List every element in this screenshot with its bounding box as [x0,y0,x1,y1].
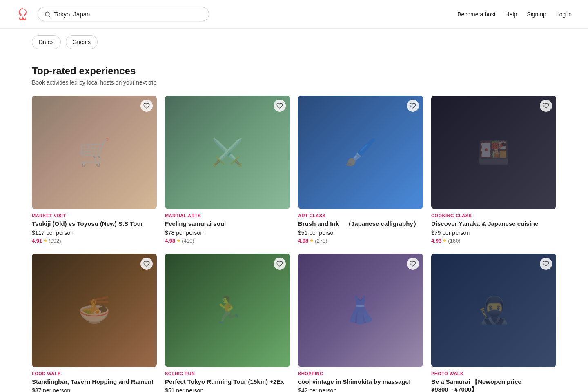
experience-card-2[interactable]: ⚔️ MARTIAL ARTS Feeling samurai soul $78… [165,96,290,245]
card-image-5: 🍜 [32,254,157,367]
card-category-4: COOKING CLASS [431,213,556,218]
star-icon-3: ★ [310,238,314,243]
rating-num-2: 4.98 [165,238,175,244]
card-image-8: 🥷 [431,254,556,367]
star-icon-1: ★ [43,238,47,243]
card-info-8: PHOTO WALK Be a Samurai 【Newopen price ¥… [431,367,556,392]
wishlist-button-2[interactable] [274,100,286,112]
card-rating-1: 4.91 ★ (992) [32,238,157,244]
rating-num-1: 4.91 [32,238,42,244]
guests-filter[interactable]: Guests [66,35,98,49]
svg-line-1 [49,15,50,16]
card-price-6: $51 per person [165,387,290,392]
card-title-2: Feeling samurai soul [165,220,290,228]
card-image-1: 🛒 [32,96,157,209]
card-category-6: SCENIC RUN [165,371,290,376]
svg-point-0 [45,12,49,16]
search-input[interactable]: Tokyo, Japan [54,11,202,18]
card-info-4: COOKING CLASS Discover Yanaka & Japanese… [431,209,556,245]
review-count-1: (992) [49,238,61,244]
log-in-link[interactable]: Log in [556,11,572,18]
header-nav: Become a host Help Sign up Log in [457,11,572,18]
card-category-7: SHOPPING [298,371,423,376]
card-info-7: SHOPPING cool vintage in Shimokita by ma… [298,367,423,392]
search-icon [45,11,51,18]
card-category-3: ART CLASS [298,213,423,218]
become-host-link[interactable]: Become a host [457,11,495,18]
card-price-5: $37 per person [32,387,157,392]
rating-num-3: 4.98 [298,238,308,244]
card-price-7: $42 per person [298,387,423,392]
review-count-4: (160) [448,238,460,244]
header: Tokyo, Japan Become a host Help Sign up … [0,0,588,29]
card-image-7: 👗 [298,254,423,367]
experience-card-7[interactable]: 👗 SHOPPING cool vintage in Shimokita by … [298,254,423,392]
card-price-2: $78 per person [165,229,290,236]
star-icon-4: ★ [443,238,447,243]
card-price-4: $79 per person [431,229,556,236]
wishlist-button-8[interactable] [540,258,552,270]
experience-card-3[interactable]: 🖌️ ART CLASS Brush and Ink （Japanese cal… [298,96,423,245]
card-image-3: 🖌️ [298,96,423,209]
card-category-8: PHOTO WALK [431,371,556,376]
card-category-1: MARKET VISIT [32,213,157,218]
wishlist-button-7[interactable] [407,258,419,270]
card-title-8: Be a Samurai 【Newopen price ¥9800→¥7000】 [431,378,556,392]
card-info-3: ART CLASS Brush and Ink （Japanese callig… [298,209,423,245]
card-title-7: cool vintage in Shimokita by massage! [298,378,423,386]
experience-card-8[interactable]: 🥷 PHOTO WALK Be a Samurai 【Newopen price… [431,254,556,392]
main-content: Top-rated experiences Book activities le… [0,56,588,392]
wishlist-button-3[interactable] [407,100,419,112]
card-info-5: FOOD WALK Standingbar, Tavern Hopping an… [32,367,157,392]
card-info-2: MARTIAL ARTS Feeling samurai soul $78 pe… [165,209,290,245]
section-subtitle: Book activities led by local hosts on yo… [32,79,556,86]
experience-card-5[interactable]: 🍜 FOOD WALK Standingbar, Tavern Hopping … [32,254,157,392]
card-title-6: Perfect Tokyo Running Tour (15km) +2Ex [165,378,290,386]
card-title-3: Brush and Ink （Japanese calligraphy） [298,220,423,228]
sign-up-link[interactable]: Sign up [527,11,546,18]
card-image-2: ⚔️ [165,96,290,209]
experience-card-1[interactable]: 🛒 MARKET VISIT Tsukiji (Old) vs Toyosu (… [32,96,157,245]
star-icon-2: ★ [176,238,180,243]
card-category-2: MARTIAL ARTS [165,213,290,218]
card-image-6: 🏃 [165,254,290,367]
filters-bar: Dates Guests [0,29,588,56]
card-info-6: SCENIC RUN Perfect Tokyo Running Tour (1… [165,367,290,392]
card-rating-4: 4.93 ★ (160) [431,238,556,244]
wishlist-button-1[interactable] [140,100,153,112]
card-rating-3: 4.98 ★ (273) [298,238,423,244]
experience-card-6[interactable]: 🏃 SCENIC RUN Perfect Tokyo Running Tour … [165,254,290,392]
card-title-1: Tsukiji (Old) vs Toyosu (New) S.S Tour [32,220,157,228]
wishlist-button-5[interactable] [140,258,153,270]
section-title: Top-rated experiences [32,65,556,77]
experiences-grid: 🛒 MARKET VISIT Tsukiji (Old) vs Toyosu (… [32,96,556,392]
wishlist-button-6[interactable] [274,258,286,270]
card-category-5: FOOD WALK [32,371,157,376]
review-count-3: (273) [315,238,327,244]
experience-card-4[interactable]: 🍱 COOKING CLASS Discover Yanaka & Japane… [431,96,556,245]
wishlist-button-4[interactable] [540,100,552,112]
card-rating-2: 4.98 ★ (419) [165,238,290,244]
rating-num-4: 4.93 [431,238,441,244]
airbnb-logo[interactable] [16,8,29,21]
card-price-1: $117 per person [32,229,157,236]
card-info-1: MARKET VISIT Tsukiji (Old) vs Toyosu (Ne… [32,209,157,245]
search-bar[interactable]: Tokyo, Japan [38,7,209,21]
help-link[interactable]: Help [506,11,517,18]
card-title-5: Standingbar, Tavern Hopping and Ramen! [32,378,157,386]
card-price-3: $51 per person [298,229,423,236]
header-left: Tokyo, Japan [16,7,209,21]
dates-filter[interactable]: Dates [32,35,61,49]
card-image-4: 🍱 [431,96,556,209]
card-title-4: Discover Yanaka & Japanese cuisine [431,220,556,228]
review-count-2: (419) [182,238,194,244]
